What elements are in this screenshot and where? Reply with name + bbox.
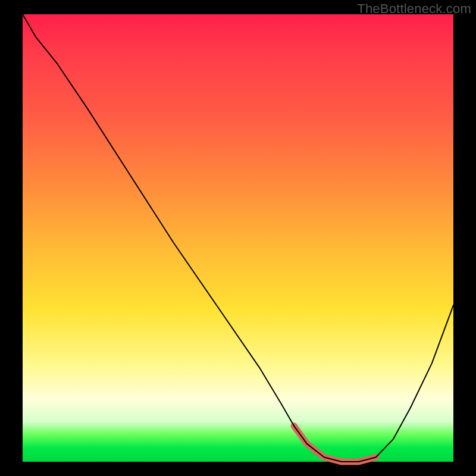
chart-frame: TheBottleneck.com (0, 0, 476, 476)
bottleneck-curve (23, 14, 453, 462)
watermark-text: TheBottleneck.com (357, 1, 471, 17)
plot-area (23, 14, 453, 462)
curve-svg (23, 14, 453, 462)
